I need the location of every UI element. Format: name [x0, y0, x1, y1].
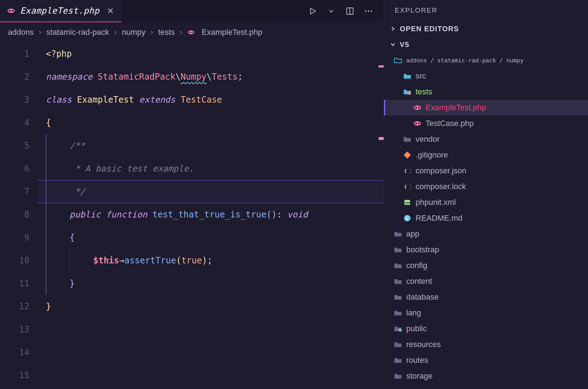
code-line[interactable]: namespace StatamicRadPack\Numpy\Tests; [38, 65, 384, 88]
tree-item-label: ExampleTest.php [426, 103, 486, 112]
svg-rect-18 [404, 151, 411, 159]
section-label: V5 [400, 41, 409, 49]
tree-item-label: app [406, 229, 419, 239]
code-line[interactable]: $this→assertTrue(true); [38, 249, 384, 272]
svg-point-5 [365, 10, 366, 12]
svg-point-13 [415, 107, 417, 108]
folder-icon [394, 246, 402, 254]
tree-file[interactable]: .gitignore [384, 147, 588, 163]
explorer-sidebar: EXPLORER OPEN EDITORS V5 addons / statam… [384, 0, 588, 389]
tree-folder[interactable]: storage [384, 368, 588, 384]
tree-item-label: lang [406, 308, 421, 318]
code-line[interactable]: * A basic test example. [38, 157, 384, 180]
folder-icon [403, 135, 411, 143]
php-file-icon [188, 30, 195, 35]
tree-item-label: config [406, 261, 427, 270]
editor-tab[interactable]: ExampleTest.php [0, 0, 122, 22]
tree-folder[interactable]: resources [384, 337, 588, 352]
code-content[interactable]: <?phpnamespace StatamicRadPack\Numpy\Tes… [38, 42, 384, 389]
xml-icon: xml [403, 198, 411, 206]
json-icon: { } [403, 183, 411, 191]
code-line[interactable]: /** [38, 134, 384, 157]
code-editor[interactable]: 123456789101112131415 <?phpnamespace Sta… [0, 42, 384, 389]
tree-item-label: composer.json [416, 166, 466, 175]
tree-item-label: bootstrap [406, 245, 439, 254]
svg-point-16 [415, 123, 417, 124]
tree-folder[interactable]: src [384, 68, 588, 84]
open-editors-section[interactable]: OPEN EDITORS [384, 21, 588, 37]
code-line[interactable]: { [38, 111, 384, 134]
tree-folder[interactable]: routes [384, 352, 588, 368]
tree-folder[interactable]: tests [384, 84, 588, 100]
folder-tests-icon [403, 88, 411, 96]
code-line[interactable]: } [38, 295, 384, 318]
line-number: 12 [0, 295, 29, 318]
tree-folder[interactable]: lang [384, 305, 588, 321]
section-label: OPEN EDITORS [400, 25, 459, 33]
svg-text:xml: xml [405, 201, 411, 205]
code-line[interactable]: { [38, 226, 384, 249]
close-icon[interactable] [107, 8, 114, 14]
line-number: 14 [0, 341, 29, 364]
svg-point-9 [189, 32, 191, 33]
indent-guide [46, 157, 70, 180]
tree-item-label: TestCase.php [426, 119, 474, 128]
path-header[interactable]: addons / statamic-rad-pack / numpy [384, 52, 588, 68]
crumb[interactable]: statamic-rad-pack [47, 28, 109, 37]
tab-bar: ExampleTest.php [0, 0, 384, 22]
line-number: 15 [0, 364, 29, 387]
line-number: 9 [0, 226, 29, 249]
svg-text:{ }: { } [404, 168, 411, 174]
folder-icon [394, 372, 402, 380]
chevron-down-icon [390, 41, 396, 48]
tree-folder[interactable]: bootstrap [384, 242, 588, 258]
svg-point-10 [191, 32, 193, 33]
folder-icon [394, 230, 402, 238]
svg-text:i: i [406, 216, 408, 221]
crumb[interactable]: numpy [122, 28, 146, 37]
code-line[interactable]: <?php [38, 42, 384, 65]
tree-file[interactable]: xmlphpunit.xml [384, 194, 588, 210]
tree-file[interactable]: iREADME.md [384, 210, 588, 226]
tree-item-label: routes [406, 356, 428, 365]
split-editor-icon[interactable] [346, 7, 354, 15]
tree-item-label: src [416, 71, 426, 81]
folder-src-icon [403, 72, 411, 80]
tree-folder[interactable]: config [384, 258, 588, 273]
chevron-down-icon[interactable] [327, 7, 336, 15]
tree-folder[interactable]: database [384, 289, 588, 305]
panel-title: EXPLORER [384, 0, 588, 21]
crumb[interactable]: addons [8, 28, 34, 37]
run-icon[interactable] [308, 7, 317, 15]
tree-file[interactable]: { }composer.json [384, 163, 588, 179]
svg-point-1 [9, 10, 11, 11]
line-number: 2 [0, 65, 29, 88]
code-line[interactable]: } [38, 272, 384, 295]
tree-folder[interactable]: public [384, 321, 588, 337]
breadcrumb[interactable]: addons › statamic-rad-pack › numpy › tes… [0, 22, 384, 42]
code-line[interactable]: */ [38, 180, 384, 203]
folder-icon [394, 277, 402, 285]
tree-folder[interactable]: content [384, 273, 588, 289]
svg-point-14 [418, 107, 420, 108]
tree-file[interactable]: ExampleTest.php [384, 100, 588, 116]
line-number: 4 [0, 111, 29, 134]
svg-point-11 [408, 92, 411, 95]
crumb[interactable]: tests [158, 28, 175, 37]
project-section[interactable]: V5 [384, 37, 588, 52]
code-line[interactable]: class ExampleTest extends TestCase [38, 88, 384, 111]
chevron-right-icon: › [114, 28, 117, 37]
more-icon[interactable] [364, 7, 373, 15]
chevron-right-icon: › [151, 28, 153, 37]
tree-file[interactable]: { }composer.lock [384, 179, 588, 194]
line-number: 5 [0, 134, 29, 157]
svg-text:{ }: { } [404, 184, 411, 189]
tree-folder[interactable]: vendor [384, 131, 588, 147]
tree-file[interactable]: TestCase.php [384, 116, 588, 131]
tree-item-label: tests [416, 87, 432, 97]
code-line[interactable]: public function test_that_true_is_true()… [38, 203, 384, 226]
tree-folder[interactable]: app [384, 226, 588, 242]
svg-point-17 [418, 123, 420, 124]
crumb-file[interactable]: ExampleTest.php [202, 28, 262, 37]
tree-item-label: README.md [416, 214, 463, 223]
